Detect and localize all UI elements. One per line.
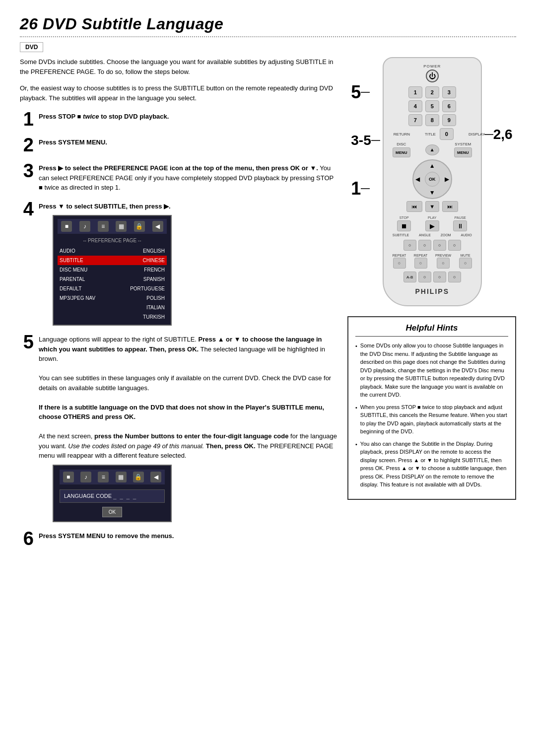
hint-item-3: • You also can change the Subtitle in th… <box>355 440 508 489</box>
ab-row: A-B ○ ○ ○ <box>392 272 473 282</box>
step-3: 3 Press ▶ to select the PREFERENCE PAGE … <box>20 161 337 193</box>
zoom-btn[interactable]: ○ <box>433 240 446 251</box>
nav-down-arrow[interactable]: ▼ <box>429 189 435 196</box>
lc-icon-3: ≡ <box>98 472 109 482</box>
nav-right-arrow[interactable]: ▶ <box>445 176 449 183</box>
btn-6[interactable]: 6 <box>442 100 456 112</box>
disc-menu-btn[interactable]: MENU <box>393 147 410 157</box>
menu-icon-1: ■ <box>61 221 72 232</box>
extra-btn1[interactable]: ○ <box>418 272 431 282</box>
audio-label: AUDIO <box>461 233 472 237</box>
step-2-text: Press SYSTEM MENU. <box>39 138 107 146</box>
btn-1[interactable]: 1 <box>408 86 422 98</box>
preview-label: PREVIEW <box>435 254 451 257</box>
line-5 <box>361 92 370 93</box>
label-26-indicator: 2,6 <box>484 127 513 142</box>
hint-text-3: You also can change the Subtitle in the … <box>360 440 508 489</box>
repeat2-btn[interactable]: ○ <box>414 258 427 269</box>
left-column: Some DVDs include subtitles. Choose the … <box>20 57 337 555</box>
right-column: 5 3-5 1 POWER ⏻ <box>347 57 516 555</box>
stop-label: STOP <box>400 216 409 219</box>
btn-4[interactable]: 4 <box>408 100 422 112</box>
nav-ok-btn[interactable]: OK <box>425 172 440 187</box>
remote-right-labels: 2,6 <box>484 57 513 142</box>
number-grid: 1 2 3 4 5 6 7 8 9 <box>408 86 457 126</box>
skip-next-btn[interactable]: ⏭ <box>442 201 458 212</box>
label-1-indicator: 1 <box>351 178 380 199</box>
pause-btn[interactable]: ⏸ <box>453 220 467 231</box>
nav-down-btn[interactable]: ▼ <box>425 201 439 212</box>
step-4-content: Press ▼ to select SUBTITLE, then press ▶… <box>39 200 337 326</box>
menu-icon-2: ♪ <box>79 221 90 232</box>
extra-btn3[interactable]: ○ <box>448 272 461 282</box>
audio-btn[interactable]: ○ <box>448 240 461 251</box>
step-6: 6 Press SYSTEM MENU to remove the menus. <box>20 529 337 548</box>
subtitle-labels-row: SUBTITLE ANGLE ZOOM AUDIO <box>392 233 473 237</box>
label-35: 3-5 <box>351 133 371 148</box>
zoom-label: ZOOM <box>441 233 451 237</box>
system-menu-btn[interactable]: MENU <box>454 147 472 157</box>
step-4: 4 Press ▼ to select SUBTITLE, then press… <box>20 200 337 326</box>
helpful-hints-box: Helpful Hints • Some DVDs only allow you… <box>347 316 516 500</box>
menu-icon-5: 🔒 <box>134 221 145 232</box>
repeat1-btn[interactable]: ○ <box>393 258 406 269</box>
langcode-ok-btn[interactable]: OK <box>102 507 122 517</box>
intro-para2: Or, the easiest way to choose subtitles … <box>20 83 337 103</box>
menu-icon-4: ▦ <box>116 221 127 232</box>
subtitle-btns-row: ○ ○ ○ ○ <box>392 240 473 251</box>
page-title: 26 DVD Subtitle Language <box>20 15 516 33</box>
hint-bullet-2: • <box>355 404 357 436</box>
remote-left-labels: 5 3-5 1 <box>351 57 380 199</box>
btn-2[interactable]: 2 <box>425 86 439 98</box>
intro-para1: Some DVDs include subtitles. Choose the … <box>20 57 337 76</box>
menu-icon-3: ≡ <box>98 221 109 232</box>
disc-system-row: DISC MENU ▲ SYSTEM MENU <box>392 142 473 157</box>
langcode-field: LANGUAGE CODE _ _ _ _ <box>60 489 165 503</box>
return-label: RETURN <box>394 132 410 137</box>
power-label: POWER <box>423 64 441 69</box>
subtitle-btn[interactable]: ○ <box>403 240 416 251</box>
pause-group: PAUSE ⏸ <box>448 216 473 231</box>
divider <box>20 36 516 37</box>
btn-7[interactable]: 7 <box>408 114 422 126</box>
line-26 <box>484 134 493 135</box>
menu-row-parental: PARENTALSPANISH <box>58 275 167 284</box>
up-arrow-btn[interactable]: ▲ <box>425 144 439 155</box>
step-2-content: Press SYSTEM MENU. <box>39 136 337 147</box>
btn-8[interactable]: 8 <box>425 114 439 126</box>
nav-up-arrow[interactable]: ▲ <box>429 162 435 169</box>
step-4-text: Press ▼ to select SUBTITLE, then press ▶… <box>39 203 171 210</box>
angle-btn[interactable]: ○ <box>418 240 431 251</box>
hint-item-1: • Some DVDs only allow you to choose Sub… <box>355 342 508 399</box>
play-btn[interactable]: ▶ <box>425 220 439 231</box>
step-4-num: 4 <box>20 200 34 218</box>
menu-row-default: DEFAULTPORTUGUESE <box>58 284 167 293</box>
hint-bullet-3: • <box>355 440 357 489</box>
nav-left-arrow[interactable]: ◀ <box>415 176 420 183</box>
step-5-content: Language options will appear to the righ… <box>39 333 337 522</box>
preview-group: PREVIEW ○ <box>435 254 451 269</box>
extra-btn2[interactable]: ○ <box>433 272 446 282</box>
btn-0[interactable]: 0 <box>440 128 454 140</box>
mute-label: MUTE <box>461 254 470 257</box>
stop-btn[interactable]: ⏹ <box>397 220 411 231</box>
skip-prev-btn[interactable]: ⏮ <box>406 201 422 212</box>
nav-circle: ▲ ◀ OK ▶ ▼ <box>412 159 452 199</box>
skip-row: ⏮ ▼ ⏭ <box>392 201 473 212</box>
label-35-indicator: 3-5 <box>351 133 380 148</box>
helpful-hints-title: Helpful Hints <box>355 323 508 337</box>
btn-9[interactable]: 9 <box>442 114 456 126</box>
step-6-content: Press SYSTEM MENU to remove the menus. <box>39 529 337 541</box>
power-button[interactable]: ⏻ <box>426 69 439 82</box>
mute-btn[interactable]: ○ <box>459 258 472 269</box>
menu-row-mp3: MP3/JPEG NAVPOLISH <box>58 293 167 303</box>
ab-btn[interactable]: A-B <box>403 272 416 282</box>
btn-3[interactable]: 3 <box>442 86 456 98</box>
btn-5[interactable]: 5 <box>425 100 439 112</box>
label-1: 1 <box>351 178 361 199</box>
step-5-extra1: You can see subtitles in these languages… <box>39 374 331 392</box>
pref-header: -- PREFERENCE PAGE -- <box>58 237 167 244</box>
lc-icon-1: ■ <box>63 472 74 482</box>
preview-btn[interactable]: ○ <box>437 258 450 269</box>
step-1-num: 1 <box>20 110 34 129</box>
